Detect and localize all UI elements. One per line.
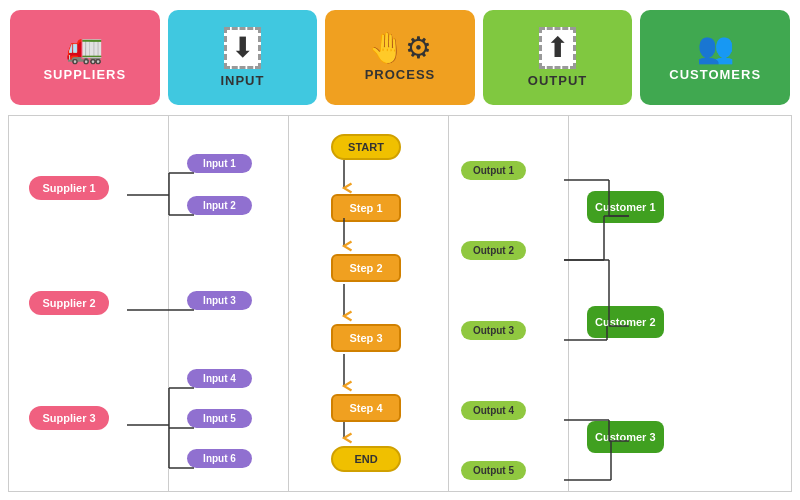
input-6: Input 6 (187, 449, 252, 468)
body: Supplier 1 Supplier 2 Supplier 3 Input 1… (8, 115, 792, 492)
col-outputs: Output 1 Output 2 Output 3 Output 4 Outp… (449, 116, 569, 491)
input-3: Input 3 (187, 291, 252, 310)
output-1: Output 1 (461, 161, 526, 180)
process-step2: Step 2 (331, 254, 401, 282)
customers-icon: 👥 (697, 33, 734, 63)
header-customers: 👥 CUSTOMERS (640, 10, 790, 105)
process-label: PROCESS (365, 67, 436, 82)
process-step4: Step 4 (331, 394, 401, 422)
input-icon: ⬇ (224, 27, 261, 69)
input-5: Input 5 (187, 409, 252, 428)
header-process: 🤚⚙ PROCESS (325, 10, 475, 105)
suppliers-label: SUPPLIERS (43, 67, 126, 82)
col-process: START Step 1 Step 2 Step 3 Step 4 END (289, 116, 449, 491)
customer-1: Customer 1 (587, 191, 664, 223)
input-label: INPUT (220, 73, 264, 88)
output-icon: ⬆ (539, 27, 576, 69)
input-2: Input 2 (187, 196, 252, 215)
process-icon: 🤚⚙ (368, 33, 432, 63)
header: 🚛 SUPPLIERS ⬇ INPUT 🤚⚙ PROCESS ⬆ OUTPUT … (0, 0, 800, 115)
col-inputs: Input 1 Input 2 Input 3 Input 4 Input 5 … (169, 116, 289, 491)
process-step3: Step 3 (331, 324, 401, 352)
header-suppliers: 🚛 SUPPLIERS (10, 10, 160, 105)
input-1: Input 1 (187, 154, 252, 173)
supplier-1: Supplier 1 (29, 176, 109, 200)
output-4: Output 4 (461, 401, 526, 420)
main-container: 🚛 SUPPLIERS ⬇ INPUT 🤚⚙ PROCESS ⬆ OUTPUT … (0, 0, 800, 500)
header-input: ⬇ INPUT (168, 10, 318, 105)
suppliers-icon: 🚛 (66, 33, 103, 63)
output-3: Output 3 (461, 321, 526, 340)
process-start: START (331, 134, 401, 160)
customer-2: Customer 2 (587, 306, 664, 338)
col-suppliers: Supplier 1 Supplier 2 Supplier 3 (9, 116, 169, 491)
customers-label: CUSTOMERS (669, 67, 761, 82)
output-2: Output 2 (461, 241, 526, 260)
input-4: Input 4 (187, 369, 252, 388)
header-output: ⬆ OUTPUT (483, 10, 633, 105)
col-customers: Customer 1 Customer 2 Customer 3 (569, 116, 791, 491)
output-label: OUTPUT (528, 73, 587, 88)
supplier-3: Supplier 3 (29, 406, 109, 430)
supplier-2: Supplier 2 (29, 291, 109, 315)
customer-3: Customer 3 (587, 421, 664, 453)
output-5: Output 5 (461, 461, 526, 480)
process-step1: Step 1 (331, 194, 401, 222)
process-end: END (331, 446, 401, 472)
